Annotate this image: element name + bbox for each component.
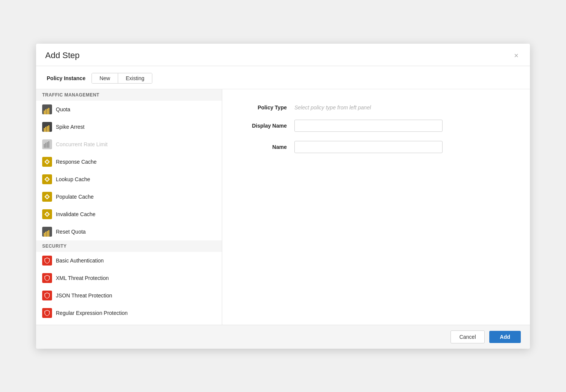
name-input[interactable] xyxy=(294,141,443,153)
policy-item-json-threat[interactable]: JSON Threat Protection xyxy=(36,287,222,304)
policy-item-quota[interactable]: Quota xyxy=(36,101,222,118)
regex-protection-icon xyxy=(42,308,52,318)
policy-item-response-cache[interactable]: Response Cache xyxy=(36,153,222,171)
add-step-dialog: Add Step × Policy Instance New Existing … xyxy=(36,44,530,349)
display-name-label: Display Name xyxy=(245,123,294,129)
json-threat-icon xyxy=(42,291,52,300)
spike-arrest-icon xyxy=(42,122,52,132)
policy-item-reset-quota[interactable]: Reset Quota xyxy=(36,223,222,240)
svg-rect-6 xyxy=(47,126,48,132)
invalidate-cache-icon xyxy=(42,209,52,219)
svg-rect-2 xyxy=(47,109,48,114)
svg-rect-1 xyxy=(45,109,46,114)
svg-rect-0 xyxy=(44,111,45,114)
lookup-cache-label: Lookup Cache xyxy=(56,176,90,182)
name-label: Name xyxy=(245,144,294,150)
concurrent-rate-limit-label: Concurrent Rate Limit xyxy=(56,141,108,147)
svg-rect-26 xyxy=(47,231,48,237)
reset-quota-icon xyxy=(42,227,52,237)
name-row: Name xyxy=(245,141,507,153)
regex-protection-label: Regular Expression Protection xyxy=(56,310,128,316)
dialog-header: Add Step × xyxy=(36,44,530,66)
policy-instance-toggle-group: New Existing xyxy=(92,73,152,84)
section-header-security: SECURITY xyxy=(36,240,222,252)
policy-item-lookup-cache[interactable]: Lookup Cache xyxy=(36,171,222,188)
spike-arrest-label: Spike Arrest xyxy=(56,124,84,130)
concurrent-rate-limit-icon xyxy=(42,139,52,149)
policy-item-spike-arrest[interactable]: Spike Arrest xyxy=(36,118,222,136)
add-button[interactable]: Add xyxy=(489,331,521,343)
policy-item-regex-protection[interactable]: Regular Expression Protection xyxy=(36,304,222,322)
policy-item-invalidate-cache[interactable]: Invalidate Cache xyxy=(36,205,222,223)
svg-rect-5 xyxy=(45,127,46,132)
close-button[interactable]: × xyxy=(512,51,521,60)
policy-type-label: Policy Type xyxy=(245,104,294,111)
svg-rect-8 xyxy=(44,144,45,148)
dialog-footer: Cancel Add xyxy=(36,325,530,349)
policy-item-populate-cache[interactable]: Populate Cache xyxy=(36,188,222,205)
display-name-input[interactable] xyxy=(294,120,443,132)
svg-rect-11 xyxy=(48,141,49,148)
response-cache-label: Response Cache xyxy=(56,159,96,165)
basic-auth-label: Basic Authentication xyxy=(56,258,104,264)
response-cache-icon xyxy=(42,157,52,167)
left-panel: TRAFFIC MANAGEMENT Quota Spike Arrest Co… xyxy=(36,89,222,325)
lookup-cache-icon xyxy=(42,174,52,184)
xml-threat-icon xyxy=(42,273,52,283)
section-header-traffic-management: TRAFFIC MANAGEMENT xyxy=(36,89,222,101)
policy-type-row: Policy Type Select policy type from left… xyxy=(245,104,507,111)
quota-icon xyxy=(42,104,52,114)
policy-type-placeholder: Select policy type from left panel xyxy=(294,104,371,111)
policy-item-concurrent-rate-limit: Concurrent Rate Limit xyxy=(36,136,222,153)
new-toggle-button[interactable]: New xyxy=(92,73,118,83)
svg-rect-25 xyxy=(45,232,46,237)
xml-threat-label: XML Threat Protection xyxy=(56,275,109,281)
svg-rect-10 xyxy=(47,142,48,148)
reset-quota-label: Reset Quota xyxy=(56,229,86,235)
dialog-body: TRAFFIC MANAGEMENT Quota Spike Arrest Co… xyxy=(36,89,530,325)
svg-rect-3 xyxy=(48,108,49,114)
svg-rect-24 xyxy=(44,233,45,237)
existing-toggle-button[interactable]: Existing xyxy=(118,73,152,83)
svg-rect-4 xyxy=(44,128,45,132)
cancel-button[interactable]: Cancel xyxy=(451,330,485,343)
basic-auth-icon xyxy=(42,256,52,266)
policy-item-basic-auth[interactable]: Basic Authentication xyxy=(36,252,222,269)
svg-rect-9 xyxy=(45,143,46,148)
invalidate-cache-label: Invalidate Cache xyxy=(56,211,95,217)
policy-instance-label: Policy Instance xyxy=(47,75,85,81)
right-panel: Policy Type Select policy type from left… xyxy=(222,89,530,325)
policy-instance-row: Policy Instance New Existing xyxy=(36,66,530,89)
policy-item-xml-threat[interactable]: XML Threat Protection xyxy=(36,269,222,287)
svg-rect-7 xyxy=(48,125,49,132)
json-threat-label: JSON Threat Protection xyxy=(56,292,112,299)
quota-label: Quota xyxy=(56,106,70,112)
display-name-row: Display Name xyxy=(245,120,507,132)
populate-cache-icon xyxy=(42,192,52,202)
dialog-title: Add Step xyxy=(45,51,80,60)
svg-rect-27 xyxy=(48,230,49,237)
populate-cache-label: Populate Cache xyxy=(56,194,94,200)
